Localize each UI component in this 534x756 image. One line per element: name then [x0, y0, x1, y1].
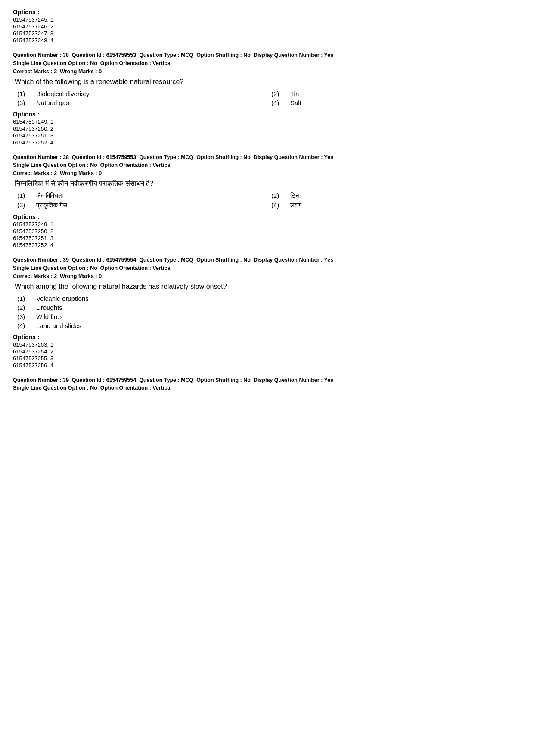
q39-en-opt-num-2: (2)	[17, 304, 29, 311]
q38-en-opt-text-1: Biological diveristy	[36, 90, 89, 97]
question-38-hindi: Question Number : 38 Question Id : 61547…	[13, 153, 521, 249]
q38-en-opt-text-2: Tin	[290, 90, 299, 97]
q38-en-opt-id-3: 61547537251. 3	[13, 132, 521, 139]
q39-en-opt-num-3: (3)	[17, 313, 29, 320]
q39-en-opt-id-4: 61547537256. 4	[13, 362, 521, 369]
option-id-2: 61547537246. 2	[13, 23, 521, 30]
q39-en-meta-line1: Question Number : 39 Question Id : 61547…	[13, 257, 333, 263]
q39-en-opt-num-1: (1)	[17, 295, 29, 302]
q38-hi-opt-id-1: 61547537249. 1	[13, 221, 521, 228]
q38-en-opt-id-2: 61547537250. 2	[13, 125, 521, 132]
question-38-english: Question Number : 38 Question Id : 61547…	[13, 51, 521, 146]
q39-en-opt-text-4: Land and slides	[36, 322, 81, 329]
option-id-1: 61547537245. 1	[13, 16, 521, 23]
q38-hi-option-3: (3) प्राकृतिक गैस	[17, 201, 267, 209]
q38-hi-options-ids: 61547537249. 1 61547537250. 2 6154753725…	[13, 221, 521, 248]
q38-hi-correct-marks: Correct Marks : 2 Wrong Marks : 0	[13, 170, 521, 176]
q38-en-opt-num-3: (3)	[17, 99, 29, 106]
q38-en-correct-marks: Correct Marks : 2 Wrong Marks : 0	[13, 69, 521, 75]
option-id-4: 61547537248. 4	[13, 37, 521, 44]
q38-en-opt-num-4: (4)	[271, 99, 283, 106]
q38-hi-meta-line2: Single Line Question Option : No Option …	[13, 162, 172, 168]
q38-hi-option-4: (4) लवण	[271, 201, 521, 209]
option-id-3: 61547537247. 3	[13, 30, 521, 37]
q39-en-option-4: (4) Land and slides	[17, 322, 521, 329]
q39-en-correct-marks: Correct Marks : 2 Wrong Marks : 0	[13, 273, 521, 279]
q38-hi-meta: Question Number : 38 Question Id : 61547…	[13, 153, 521, 170]
q38-hi-question-text: निम्नलिखित में से कौन नवीकरणीय प्राकृतिक…	[15, 180, 521, 187]
q38-hi-option-2: (2) टिन	[271, 192, 521, 200]
q38-hi-opt-num-2: (2)	[271, 192, 283, 199]
q39-en-meta: Question Number : 39 Question Id : 61547…	[13, 256, 521, 272]
q39-hi-meta: Question Number : 39 Question Id : 61547…	[13, 376, 521, 393]
q38-en-option-3: (3) Natural gas	[17, 99, 267, 106]
q38-hi-options-label: Options :	[13, 213, 521, 220]
q38-en-options-label: Options :	[13, 111, 521, 118]
q38-en-option-4: (4) Salt	[271, 99, 521, 106]
q38-hi-opt-text-3: प्राकृतिक गैस	[36, 201, 67, 209]
q39-en-options-ids: 61547537253. 1 61547537254. 2 6154753725…	[13, 341, 521, 369]
q38-en-option-1: (1) Biological diveristy	[17, 90, 267, 97]
q39-en-opt-text-1: Volcanic eruptions	[36, 295, 89, 302]
options-ids-top: 61547537245. 1 61547537246. 2 6154753724…	[13, 16, 521, 44]
q38-hi-option-1: (1) जैव विविधता	[17, 192, 267, 200]
q39-en-option-1: (1) Volcanic eruptions	[17, 295, 521, 302]
q39-en-options-label: Options :	[13, 334, 521, 341]
q38-hi-opt-text-1: जैव विविधता	[36, 192, 63, 200]
q38-hi-opt-id-4: 61547537252. 4	[13, 242, 521, 248]
q38-hi-opt-id-3: 61547537251. 3	[13, 235, 521, 241]
top-options-section: Options : 61547537245. 1 61547537246. 2 …	[13, 9, 521, 44]
q39-en-question-text: Which among the following natural hazard…	[15, 283, 521, 291]
q38-hi-options-grid: (1) जैव विविधता (2) टिन (3) प्राकृतिक गै…	[17, 192, 521, 209]
q38-en-question-text: Which of the following is a renewable na…	[15, 78, 521, 86]
question-39-english: Question Number : 39 Question Id : 61547…	[13, 256, 521, 369]
q38-en-opt-text-4: Salt	[290, 99, 301, 106]
q38-en-options-ids: 61547537249. 1 61547537250. 2 6154753725…	[13, 119, 521, 146]
q38-hi-opt-id-2: 61547537250. 2	[13, 228, 521, 234]
q38-en-opt-id-4: 61547537252. 4	[13, 139, 521, 146]
q38-hi-opt-num-3: (3)	[17, 201, 29, 209]
q38-hi-opt-text-4: लवण	[290, 201, 301, 209]
q39-hi-meta-line1: Question Number : 39 Question Id : 61547…	[13, 377, 333, 383]
q38-en-meta-line1: Question Number : 38 Question Id : 61547…	[13, 52, 333, 58]
q39-en-options-vertical: (1) Volcanic eruptions (2) Droughts (3) …	[17, 295, 521, 329]
q39-en-option-3: (3) Wild fires	[17, 313, 521, 320]
q38-en-opt-id-1: 61547537249. 1	[13, 119, 521, 125]
q38-hi-opt-num-1: (1)	[17, 192, 29, 199]
q38-hi-meta-line1: Question Number : 38 Question Id : 61547…	[13, 154, 333, 160]
options-label-top: Options :	[13, 9, 521, 16]
question-39-hindi-meta: Question Number : 39 Question Id : 61547…	[13, 376, 521, 393]
q38-en-opt-num-2: (2)	[271, 90, 283, 97]
q39-en-opt-text-3: Wild fires	[36, 313, 63, 320]
q38-en-meta: Question Number : 38 Question Id : 61547…	[13, 51, 521, 68]
q39-en-opt-id-2: 61547537254. 2	[13, 348, 521, 355]
q39-en-opt-text-2: Droughts	[36, 304, 62, 311]
q38-en-options-grid: (1) Biological diveristy (2) Tin (3) Nat…	[17, 90, 521, 106]
q38-en-opt-text-3: Natural gas	[36, 99, 69, 106]
q38-en-option-2: (2) Tin	[271, 90, 521, 97]
q38-en-opt-num-1: (1)	[17, 90, 29, 97]
q39-en-opt-num-4: (4)	[17, 322, 29, 329]
q39-en-opt-id-3: 61547537255. 3	[13, 355, 521, 362]
q38-en-meta-line2: Single Line Question Option : No Option …	[13, 60, 172, 66]
q39-en-opt-id-1: 61547537253. 1	[13, 341, 521, 348]
q38-hi-opt-num-4: (4)	[271, 201, 283, 209]
q38-hi-opt-text-2: टिन	[290, 192, 299, 200]
q39-hi-meta-line2: Single Line Question Option : No Option …	[13, 385, 172, 391]
q39-en-meta-line2: Single Line Question Option : No Option …	[13, 265, 172, 271]
q39-en-option-2: (2) Droughts	[17, 304, 521, 311]
